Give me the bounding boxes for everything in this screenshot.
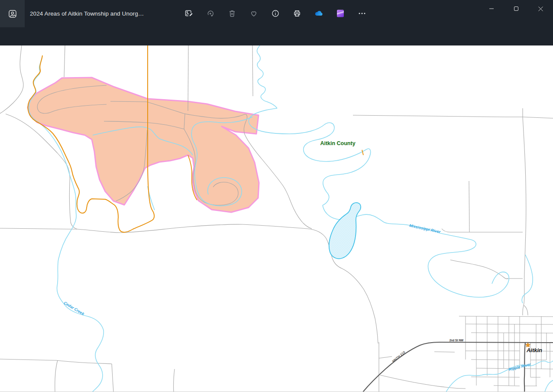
more-options-icon xyxy=(358,9,366,18)
maximize-button[interactable] xyxy=(504,0,528,17)
app-icon-button[interactable] xyxy=(0,0,25,27)
delete-button[interactable] xyxy=(223,5,241,22)
info-button[interactable] xyxy=(267,5,284,22)
city-star-marker xyxy=(525,343,530,347)
cedar-creek-label: Cedar Creek xyxy=(63,301,85,316)
info-icon xyxy=(271,9,280,18)
onedrive-button[interactable] xyxy=(310,5,327,22)
minimize-button[interactable] xyxy=(479,0,504,17)
rotate-icon xyxy=(206,9,215,18)
clipchamp-icon xyxy=(336,9,345,18)
county-label: Aitkin County xyxy=(320,140,355,146)
map-image: Aitkin County Mississippi River Cedar Cr… xyxy=(0,45,553,392)
close-button[interactable] xyxy=(528,0,553,17)
map-canvas: Aitkin County Mississippi River Cedar Cr… xyxy=(0,45,553,392)
aitkin-street-grid xyxy=(459,316,553,392)
mississippi-river-label: Mississippi River xyxy=(409,223,441,234)
city-label: Aitkin xyxy=(526,347,542,353)
heart-icon xyxy=(249,9,258,18)
titlebar: 2024 Areas of Aitkin Township and Unorg… xyxy=(0,0,553,27)
window-title: 2024 Areas of Aitkin Township and Unorg… xyxy=(30,0,144,27)
window-controls xyxy=(479,0,553,17)
toolbar xyxy=(180,5,371,22)
edit-image-button[interactable] xyxy=(180,5,197,22)
highway-label: MNTH 210 xyxy=(391,350,406,363)
onedrive-cloud-icon xyxy=(314,8,324,19)
clipchamp-button[interactable] xyxy=(332,5,349,22)
photos-app-window: 2024 Areas of Aitkin Township and Unorg… xyxy=(0,0,553,392)
favorite-button[interactable] xyxy=(245,5,262,22)
township-area-polygon xyxy=(28,78,259,212)
print-button[interactable] xyxy=(288,5,306,22)
edit-image-icon xyxy=(184,9,193,18)
rotate-button[interactable] xyxy=(202,5,219,22)
photos-app-icon xyxy=(8,9,17,19)
trash-icon xyxy=(228,9,236,18)
print-icon xyxy=(293,9,301,18)
street-label: 2nd St NW xyxy=(450,339,464,342)
titlebar-letterbox: 2024 Areas of Aitkin Township and Unorg… xyxy=(0,0,553,45)
more-options-button[interactable] xyxy=(353,5,371,22)
oxbow-lake xyxy=(329,203,361,259)
